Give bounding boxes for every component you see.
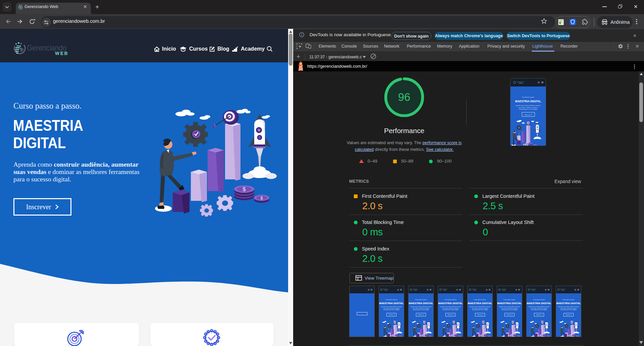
svg-text:5: 5 xyxy=(559,21,561,24)
svg-text:96: 96 xyxy=(398,91,411,103)
svg-text:$: $ xyxy=(260,195,263,200)
svg-text:$: $ xyxy=(243,186,246,192)
